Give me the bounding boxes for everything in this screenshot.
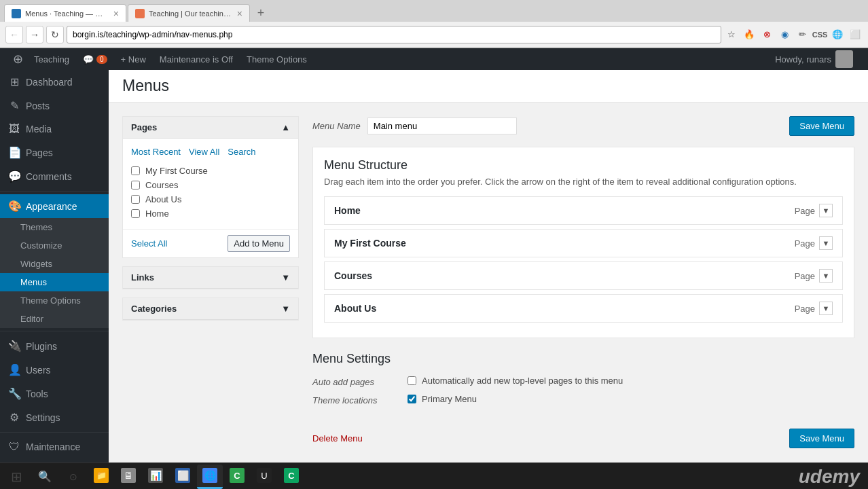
maintenance-icon: 🛡 — [8, 441, 20, 453]
menu-item-about-us-title: About Us — [334, 303, 376, 314]
admin-bar-theme-options[interactable]: Theme Options — [240, 48, 314, 70]
admin-bar-howdy[interactable]: Howdy, runars — [768, 50, 860, 68]
page-checkbox-2[interactable] — [131, 181, 140, 189]
admin-bar-maintenance[interactable]: Maintenance is Off — [153, 48, 240, 70]
tab-close-1[interactable]: × — [113, 8, 119, 19]
new-tab-button[interactable]: + — [251, 4, 270, 22]
taskbar-app-unity[interactable]: U — [251, 465, 277, 489]
pages-panel-header[interactable]: Pages ▲ — [123, 117, 298, 139]
addon-icon-2[interactable]: ◉ — [777, 27, 792, 42]
page-checkbox-3[interactable] — [131, 195, 140, 204]
sidebar-item-maintenance[interactable]: 🛡 Maintenance — [0, 435, 109, 458]
taskbar-app-app2[interactable]: 🖥 — [115, 465, 141, 489]
sidebar-item-appearance[interactable]: 🎨 Appearance — [0, 194, 109, 218]
sidebar-label-tools: Tools — [26, 388, 48, 399]
bookmark-icon[interactable]: ☆ — [724, 27, 739, 42]
auto-add-checkbox[interactable] — [408, 376, 416, 385]
addon-icon-3[interactable]: ✏ — [795, 27, 810, 42]
sidebar-label-comments: Comments — [26, 171, 72, 182]
menu-item-about-us[interactable]: About Us Page ▼ — [324, 294, 843, 323]
back-button[interactable]: ← — [5, 26, 23, 43]
tab-close-2[interactable]: × — [237, 8, 242, 19]
menu-structure-title: Menu Structure — [324, 158, 843, 173]
page-item-4: Home — [131, 206, 290, 221]
sidebar-label-widgets: Widgets — [20, 259, 52, 269]
taskbar-search[interactable]: 🔍 — [31, 465, 58, 489]
admin-bar-new[interactable]: + New — [114, 48, 153, 70]
save-menu-button-bottom[interactable]: Save Menu — [789, 429, 854, 448]
menu-item-home[interactable]: Home Page ▼ — [324, 196, 843, 225]
start-button[interactable]: ⊞ — [3, 465, 30, 489]
categories-panel-title: Categories — [131, 304, 177, 314]
menu-item-about-us-expand[interactable]: ▼ — [819, 302, 833, 315]
taskbar-app-explorer[interactable]: 📁 — [88, 465, 114, 489]
udemy-logo: udemy — [799, 466, 860, 488]
categories-panel: Categories ▼ — [122, 297, 299, 321]
sidebar-item-media[interactable]: 🖼 Media — [0, 117, 109, 141]
primary-menu-checkbox[interactable] — [408, 395, 416, 403]
forward-button[interactable]: → — [26, 26, 43, 43]
sidebar-item-pages[interactable]: 📄 Pages — [0, 141, 109, 164]
sidebar-item-widgets[interactable]: Widgets — [0, 255, 109, 273]
main-content: Pages ▲ Most Recent View All Search My F… — [109, 103, 868, 462]
auto-add-checkbox-label[interactable]: Automatically add new top-level pages to… — [408, 376, 854, 386]
taskbar-right: udemy — [799, 466, 865, 488]
addon-icon-4[interactable]: 🌐 — [830, 27, 845, 42]
browser-tab-2[interactable]: Teaching | Our teaching... × — [128, 4, 250, 22]
save-menu-button-top[interactable]: Save Menu — [789, 116, 854, 136]
sidebar-item-theme-options[interactable]: Theme Options — [0, 291, 109, 310]
sidebar-item-menus[interactable]: Menus — [0, 273, 109, 291]
sidebar-item-editor[interactable]: Editor — [0, 310, 109, 328]
taskbar-app-chrome[interactable]: 🌐 — [197, 465, 223, 489]
menu-item-first-course[interactable]: My First Course Page ▼ — [324, 229, 843, 257]
primary-menu-checkbox-label[interactable]: Primary Menu — [408, 394, 854, 404]
sidebar-item-collapse[interactable]: ◀ Collapse menu — [0, 458, 109, 463]
theme-locations-label: Theme locations — [312, 394, 408, 405]
categories-panel-header[interactable]: Categories ▼ — [123, 298, 298, 320]
wp-logo[interactable]: ⊕ — [8, 48, 27, 70]
add-to-menu-button[interactable]: Add to Menu — [228, 235, 290, 252]
unity-app-icon: U — [257, 468, 272, 483]
links-panel-header[interactable]: Links ▼ — [123, 267, 298, 289]
reload-button[interactable]: ↻ — [46, 26, 64, 43]
address-bar[interactable] — [67, 26, 721, 43]
pages-tab-search[interactable]: Search — [228, 147, 255, 157]
page-checkbox-1[interactable] — [131, 166, 140, 175]
admin-bar-comments[interactable]: 💬 0 — [76, 48, 114, 70]
media-icon: 🖼 — [8, 123, 20, 135]
sidebar-item-dashboard[interactable]: ⊞ Dashboard — [0, 70, 109, 94]
taskbar-app-coda[interactable]: C — [224, 465, 250, 489]
addon-icon-1[interactable]: ⊗ — [759, 27, 774, 42]
pages-tab-viewall[interactable]: View All — [189, 147, 219, 157]
addon-icon-css[interactable]: CSS — [812, 27, 827, 42]
sidebar-item-plugins[interactable]: 🔌 Plugins — [0, 334, 109, 358]
sidebar-item-themes[interactable]: Themes — [0, 218, 109, 236]
page-checkbox-4[interactable] — [131, 209, 140, 218]
sidebar-label-menus: Menus — [20, 277, 47, 287]
menu-item-courses-title: Courses — [334, 270, 372, 281]
sidebar-item-posts[interactable]: ✎ Posts — [0, 94, 109, 117]
admin-bar-site-name[interactable]: Teaching — [27, 48, 76, 70]
select-all-link[interactable]: Select All — [131, 238, 167, 249]
taskbar-app-app5[interactable]: C — [278, 465, 304, 489]
addon-icon-5[interactable]: ⬜ — [848, 27, 863, 42]
menu-item-courses-expand[interactable]: ▼ — [819, 269, 833, 283]
taskbar-cortana[interactable]: ⊙ — [60, 465, 87, 489]
menu-item-home-expand[interactable]: ▼ — [819, 204, 833, 217]
content-area: Menus Pages ▲ Most Recent View All Searc… — [109, 70, 868, 463]
sidebar-item-users[interactable]: 👤 Users — [0, 358, 109, 382]
auto-add-value: Automatically add new top-level pages to… — [408, 376, 854, 386]
menu-name-input[interactable] — [367, 117, 517, 134]
menu-item-first-course-expand[interactable]: ▼ — [819, 236, 833, 250]
sidebar-item-tools[interactable]: 🔧 Tools — [0, 382, 109, 405]
browser-tab-1[interactable]: Menus · Teaching — Wor... × — [4, 4, 126, 22]
taskbar-app-app4[interactable]: ⬜ — [170, 465, 196, 489]
sidebar-item-customize[interactable]: Customize — [0, 236, 109, 255]
sidebar-item-comments[interactable]: 💬 Comments — [0, 164, 109, 188]
chrome-app-icon: 🌐 — [202, 468, 217, 483]
delete-menu-link[interactable]: Delete Menu — [312, 433, 363, 443]
menu-item-courses[interactable]: Courses Page ▼ — [324, 261, 843, 290]
pages-tab-recent[interactable]: Most Recent — [131, 147, 181, 157]
sidebar-item-settings[interactable]: ⚙ Settings — [0, 405, 109, 429]
taskbar-app-app3[interactable]: 📊 — [143, 465, 168, 489]
